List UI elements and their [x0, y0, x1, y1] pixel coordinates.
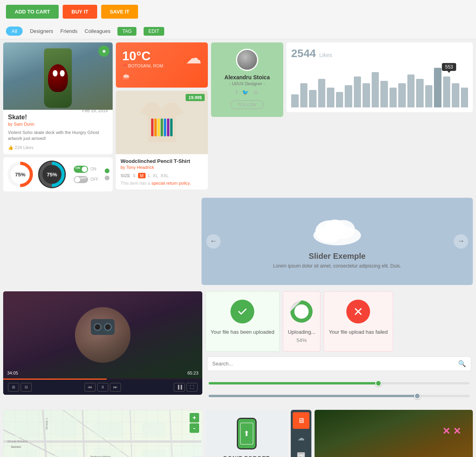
buy-it-button[interactable]: BUY IT [63, 5, 97, 19]
upload-failed-card: Your file upload has failed [324, 291, 393, 352]
range-track-1 [209, 382, 470, 384]
toggle-on[interactable] [74, 166, 88, 173]
edit-button[interactable]: EDIT [144, 27, 164, 36]
tag-button[interactable]: TAG [117, 27, 136, 36]
map-zoom-in-button[interactable]: + [190, 413, 199, 423]
chart-bar [380, 81, 388, 107]
skate-section: ★ Skate! Feb 19, 2014 by Sam Dunn Violen… [2, 41, 114, 193]
filter-designers-link[interactable]: Designers [30, 28, 53, 34]
volume-button[interactable]: ▐▐ [174, 383, 185, 392]
profile-card: Alexandru Stoica - UI/UX Designer - f 🐦 … [211, 42, 283, 117]
follow-button[interactable]: FOLLOW [230, 100, 264, 109]
skate-info: Skate! Feb 19, 2014 by Sam Dunn Violent … [3, 110, 113, 154]
chart-badge: 553 [442, 63, 456, 71]
chart-bar [452, 83, 459, 107]
dont-forget-title: DON'T FORGET [223, 455, 270, 457]
fullscreen-button[interactable]: ⛶ [186, 383, 198, 392]
size-selector: SIZE S M L XL XXL [121, 173, 203, 178]
likes-header: 2544 Likes [291, 47, 468, 60]
likes-label: Likes [319, 52, 332, 58]
size-m[interactable]: M [138, 173, 146, 178]
range-thumb-1[interactable] [375, 380, 382, 386]
range-thumb-2[interactable] [414, 393, 420, 399]
slider-1 [209, 379, 470, 388]
slider-2 [209, 392, 470, 400]
chart-bar [345, 85, 352, 107]
slider-next-button[interactable]: → [454, 234, 468, 249]
radio-dot-unselected[interactable] [105, 176, 109, 180]
map-controls: + - [190, 413, 199, 433]
toggle-on-item: ON [74, 166, 98, 173]
slider-prev-button[interactable]: ← [206, 234, 221, 249]
street-label-1: Strada Breaza [7, 440, 27, 443]
tshirt-info: Woodclinched Pencil T-Shirt by Tony Head… [116, 154, 208, 189]
search-section: 🔍 [204, 353, 474, 374]
size-xl[interactable]: XL [153, 173, 158, 178]
facebook-icon[interactable]: f [236, 89, 238, 96]
map-card: Strada Breaza Strada Zâlei Strada 1 + - … [3, 410, 202, 457]
avatar [236, 49, 258, 71]
phone-icon: ⬆ [237, 418, 257, 449]
video-section: 34:05 65:23 ⊞ ⊟ ⏮ ⏸ ⏭ ▐▐ ⛶ [2, 290, 204, 405]
profile-social: f 🐦 ⊙ [216, 89, 278, 96]
size-xxl[interactable]: XXL [161, 173, 169, 178]
svg-rect-33 [15, 449, 37, 457]
chart-bar [443, 76, 451, 107]
donut-chart-1: 75% [6, 161, 34, 188]
prev-button[interactable]: ⏮ [84, 383, 96, 392]
search-button[interactable]: 🔍 [458, 360, 466, 367]
video-controls: ⊞ ⊟ ⏮ ⏸ ⏭ ▐▐ ⛶ [3, 380, 202, 395]
radio-dot-selected[interactable] [105, 168, 109, 173]
upload-failed-icon [346, 300, 370, 323]
dribbble-icon[interactable]: ⊙ [253, 89, 258, 96]
chart-bar [425, 85, 433, 107]
chart-bar [363, 83, 370, 107]
svg-rect-38 [142, 422, 166, 438]
skate-author: by Sam Dunn [8, 122, 108, 126]
search-bar: 🔍 [207, 356, 471, 371]
chart-bar [372, 72, 379, 107]
video-background: 34:05 65:23 [3, 291, 202, 379]
weather-cloud-icon: ☁ [186, 49, 202, 67]
twitter-icon[interactable]: 🐦 [242, 89, 249, 96]
profile-title: - UI/UX Designer - [216, 81, 278, 86]
filter-all-button[interactable]: All [6, 27, 23, 36]
nav-item-monitor[interactable]: 🖥 [293, 412, 309, 429]
save-it-button[interactable]: SAVE It [101, 5, 138, 19]
svg-rect-10 [167, 119, 169, 136]
donut-chart-2: 75% [38, 161, 66, 188]
chart-section: 2544 Likes 553 [285, 41, 474, 193]
toggle-off[interactable] [74, 176, 88, 183]
map-zoom-out-button[interactable]: - [190, 423, 199, 433]
upload-success-text: Your file has been uploaded [211, 328, 274, 336]
search-input[interactable] [212, 361, 455, 367]
size-l[interactable]: L [148, 173, 150, 178]
favorite-button[interactable]: ★ [98, 46, 109, 57]
size-s[interactable]: S [132, 173, 135, 178]
chart-bar [434, 68, 441, 107]
nav-item-cloud[interactable]: ☁ [293, 430, 309, 446]
svg-rect-8 [161, 119, 163, 136]
add-to-cart-button[interactable]: ADD TO CART [6, 5, 59, 19]
chart-bar [318, 79, 326, 107]
upload-success-card: Your file has been uploaded [205, 291, 280, 352]
place-radiocor: Radiocor Motors [90, 455, 111, 457]
filter-friends-link[interactable]: Friends [60, 28, 77, 34]
video-total-time: 65:23 [187, 371, 198, 375]
music-player-section: ✕ ✕ GREEN DAY ¡TRE! 34:05 65:23 ⏮ ▶ ⏭ ▐▐… [313, 408, 474, 457]
filter-colleagues-link[interactable]: Colleagues [84, 28, 110, 34]
next-button[interactable]: ⏭ [110, 383, 121, 392]
phone-upload-icon: ⬆ [244, 429, 250, 438]
svg-rect-34 [55, 449, 79, 457]
nav-item-document[interactable]: 📰 [293, 447, 309, 457]
toggle-group: ON OFF [74, 166, 98, 183]
grid-view-button[interactable]: ⊞ [8, 383, 19, 392]
bar-chart: 553 [291, 60, 468, 107]
tshirt-image: 19.99$ [116, 91, 208, 154]
upload-progress-text: Uploading... [288, 328, 315, 336]
play-pause-button[interactable]: ⏸ [97, 383, 108, 392]
dont-forget-section: ⬆ DON'T FORGET to save or delete your fi… [204, 408, 289, 457]
chart-bar [300, 83, 308, 107]
row1: ★ Skate! Feb 19, 2014 by Sam Dunn Violen… [0, 39, 476, 195]
subtitle-button[interactable]: ⊟ [21, 383, 32, 392]
